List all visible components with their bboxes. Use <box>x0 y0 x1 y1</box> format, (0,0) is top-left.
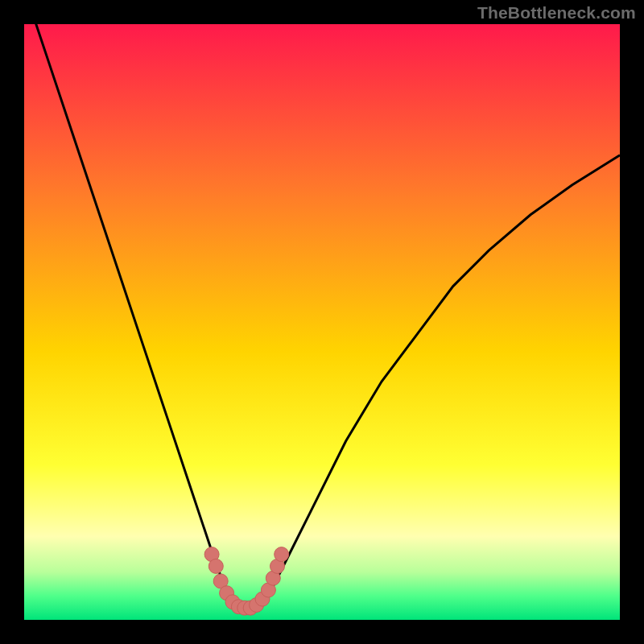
marker-group <box>204 547 289 616</box>
highlight-point <box>208 559 223 573</box>
plot-area <box>24 24 620 620</box>
watermark-text: TheBottleneck.com <box>477 3 636 23</box>
bottleneck-curve <box>24 24 620 611</box>
chart-frame: TheBottleneck.com <box>0 0 644 644</box>
curve-layer <box>24 24 620 620</box>
highlight-point <box>275 547 289 562</box>
